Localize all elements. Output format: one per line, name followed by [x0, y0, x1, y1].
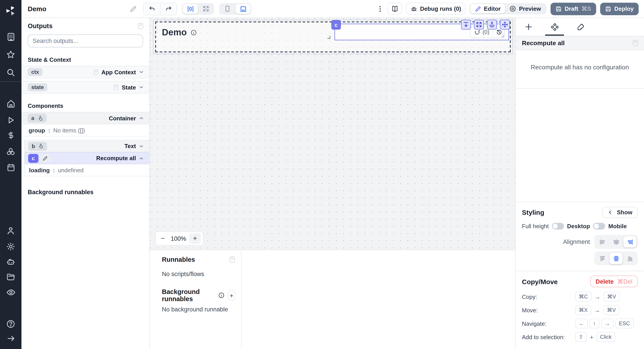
rail-divider — [0, 82, 22, 82]
chevron-up-icon[interactable] — [139, 115, 144, 121]
device-segment — [219, 3, 251, 15]
variables-dollar-icon[interactable] — [5, 130, 16, 141]
align-top-button[interactable] — [596, 253, 609, 264]
outputs-search-input[interactable] — [33, 38, 138, 44]
preview-label: Preview — [519, 5, 541, 12]
outputs-doc-icon[interactable] — [137, 22, 144, 30]
audit-eye-icon[interactable] — [5, 287, 16, 297]
ctx-doc-icon — [93, 69, 98, 75]
desktop-toggle[interactable] — [593, 223, 605, 229]
info-icon[interactable] — [190, 29, 196, 36]
kbd-right-arrow: → — [601, 318, 614, 328]
chevron-down-icon[interactable] — [139, 69, 144, 75]
preview-tab[interactable]: Preview — [505, 4, 546, 14]
desktop-view-button[interactable] — [236, 4, 250, 14]
align-bottom-button[interactable] — [624, 253, 636, 264]
settings-gear-icon[interactable] — [5, 241, 16, 252]
delete-button[interactable]: Delete ⌘Del — [590, 276, 638, 287]
state-badge: state — [28, 83, 48, 91]
deploy-button[interactable]: Deploy — [600, 3, 639, 15]
styling-section: Styling Show Full height Desktop Mobile — [516, 202, 644, 271]
kebab-menu-icon[interactable] — [377, 5, 383, 12]
editor-preview-segment: Editor Preview — [470, 3, 546, 14]
group-output-row[interactable]: group : No items ([]) — [22, 124, 149, 136]
runs-play-icon[interactable] — [5, 115, 16, 125]
align-left-button[interactable] — [596, 236, 609, 247]
align-middle-button[interactable] — [610, 253, 622, 264]
canvas-text-component[interactable]: Demo — [162, 27, 196, 38]
search-icon[interactable] — [5, 67, 16, 78]
editor-tab[interactable]: Editor — [470, 4, 505, 14]
favorites-star-icon[interactable] — [5, 49, 16, 60]
copy-move-title: Copy/Move — [522, 278, 558, 285]
component-b-row[interactable]: b Text — [24, 140, 149, 152]
navigate-label: Navigate: — [522, 320, 575, 327]
loading-key: loading — [29, 167, 50, 173]
state-row[interactable]: state State — [22, 81, 149, 94]
loading-output-row[interactable]: loading : undefined — [24, 164, 149, 176]
align-center-horizontal-button[interactable] — [610, 236, 622, 247]
add-background-runnable-button[interactable]: + — [228, 290, 236, 301]
refresh-icon — [474, 29, 480, 35]
full-height-label: Full height — [522, 223, 549, 229]
arrow-sep: → — [594, 293, 600, 300]
centered-layout-button[interactable] — [183, 4, 198, 14]
kbd-cut: ⌘X — [575, 305, 591, 315]
text-resize-handle[interactable] — [327, 35, 330, 39]
chevron-up-icon[interactable] — [139, 155, 144, 161]
component-settings-tab[interactable] — [542, 18, 568, 36]
component-c-row-selected[interactable]: c Recompute all — [24, 152, 149, 164]
help-icon[interactable] — [5, 318, 16, 329]
loading-colon: : — [53, 167, 55, 173]
undo-button[interactable] — [144, 3, 160, 15]
full-height-toggle[interactable] — [552, 223, 564, 229]
edit-title-pencil-icon[interactable] — [130, 5, 137, 12]
expand-down-button[interactable] — [461, 20, 471, 30]
align-right-button[interactable] — [624, 236, 636, 247]
runnables-doc-icon[interactable] — [229, 256, 236, 263]
home-icon[interactable] — [5, 98, 16, 109]
app-canvas[interactable]: Demo c — [150, 18, 515, 250]
workspace-icon[interactable] — [5, 31, 16, 42]
component-c-tag[interactable]: c — [332, 20, 341, 30]
zoom-out-button[interactable]: − — [158, 233, 168, 244]
folders-icon[interactable] — [5, 272, 16, 282]
redo-button[interactable] — [160, 3, 177, 15]
debug-runs-button[interactable]: Debug runs (0) — [406, 3, 465, 15]
move-button[interactable] — [500, 20, 510, 30]
styling-brush-tab[interactable] — [568, 18, 594, 36]
plus-sep: + — [590, 333, 593, 340]
mobile-view-button[interactable] — [220, 4, 235, 14]
outputs-search[interactable] — [28, 35, 143, 48]
anchor-button[interactable] — [487, 20, 497, 30]
docs-book-button[interactable] — [387, 3, 402, 15]
zoom-level: 100% — [170, 235, 186, 242]
show-styling-button[interactable]: Show — [603, 207, 638, 218]
insert-component-tab[interactable] — [516, 18, 542, 36]
full-width-layout-button[interactable] — [198, 4, 213, 14]
draft-button[interactable]: Draft ⌘S — [550, 3, 596, 15]
editor-label: Editor — [484, 5, 501, 12]
chevron-down-icon[interactable] — [139, 143, 144, 149]
widget-resize-handle[interactable] — [501, 34, 504, 37]
chevron-down-icon[interactable] — [139, 85, 144, 90]
resources-cubes-icon[interactable] — [5, 146, 16, 157]
component-doc-icon[interactable] — [632, 39, 639, 47]
user-icon[interactable] — [5, 225, 16, 236]
canvas-heading-text: Demo — [162, 27, 187, 38]
zoom-in-button[interactable]: + — [189, 233, 201, 244]
windmill-logo-icon[interactable] — [0, 0, 22, 22]
group-colon: : — [48, 127, 50, 134]
kbd-click: Click — [596, 332, 615, 342]
component-a-id: a — [28, 114, 36, 123]
group-value: No items ([]) — [53, 127, 85, 134]
workers-robot-icon[interactable] — [5, 256, 16, 267]
fullscreen-button[interactable] — [474, 20, 484, 30]
schedules-calendar-icon[interactable] — [5, 162, 16, 173]
expand-rail-arrow-icon[interactable] — [5, 333, 16, 344]
ctx-row[interactable]: ctx App Context — [22, 66, 149, 78]
component-a-row[interactable]: a Container — [22, 112, 149, 124]
deploy-label: Deploy — [614, 5, 634, 12]
navigate-shortcut-row: Navigate: ← ↑ → ESC — [522, 317, 638, 330]
info-icon[interactable] — [218, 292, 224, 298]
